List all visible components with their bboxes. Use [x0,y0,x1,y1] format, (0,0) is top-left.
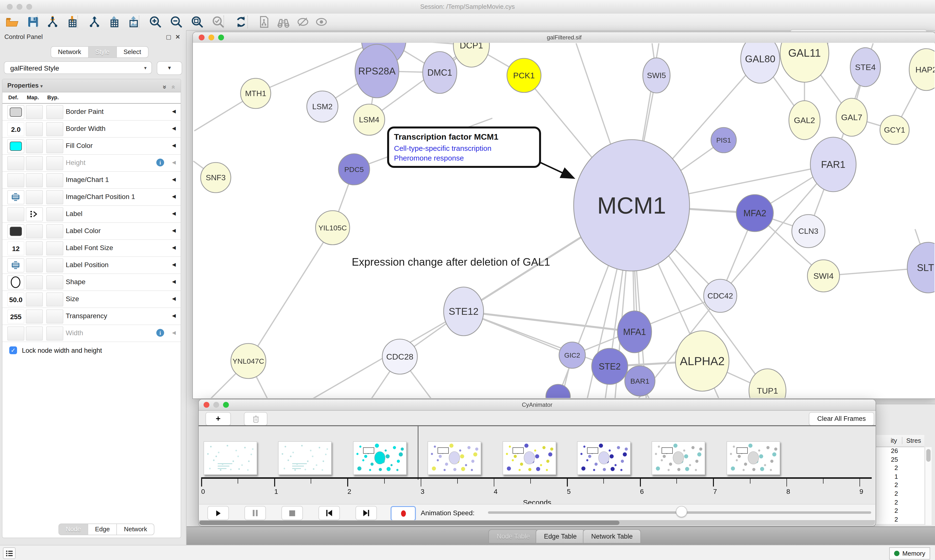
network-node-CDC42[interactable]: CDC42 [704,279,737,312]
network-window-titlebar[interactable]: galFiltered.sif [193,32,935,43]
default-value-cell[interactable] [7,275,24,289]
timeline-scrollbar[interactable] [199,520,875,525]
default-value-cell[interactable]: 50.0 [7,292,24,306]
expand-property-icon[interactable]: ◀ [172,228,176,233]
network-node-unlabeled[interactable] [546,385,570,398]
record-button[interactable] [390,506,416,521]
bypass-cell[interactable] [46,241,63,255]
animation-speed-thumb[interactable] [676,506,687,517]
default-value-cell[interactable] [7,105,24,119]
maximize-window-icon[interactable] [218,35,224,40]
network-node-STE12[interactable]: STE12 [444,287,484,336]
expand-property-icon[interactable]: ◀ [172,143,176,148]
style-target-tab-network[interactable]: Network [117,523,154,535]
table-row[interactable]: 2 [875,490,924,498]
timeline-scrollbar-thumb[interactable] [199,521,619,525]
property-row-label-color[interactable]: Label Color◀ [2,223,181,240]
duplicate-network-icon[interactable] [258,15,270,28]
network-node-GIC2[interactable]: GIC2 [559,342,585,368]
expand-property-icon[interactable]: ◀ [172,160,176,165]
network-canvas[interactable]: RPS28BDCP1RPS28ADMC1PCK1SWI5GAL80GAL11ST… [193,43,935,398]
close-panel-icon[interactable]: ✕ [175,34,180,40]
bypass-cell[interactable] [46,105,63,119]
default-value-cell[interactable] [7,173,24,187]
expand-property-icon[interactable]: ◀ [172,313,176,318]
network-node-DCP1[interactable]: DCP1 [454,43,489,67]
bypass-cell[interactable] [46,156,63,170]
default-value-cell[interactable] [7,156,24,170]
maximize-window-icon[interactable] [26,4,32,10]
network-node-ALPHA2[interactable]: ALPHA2 [676,331,729,391]
mapping-cell[interactable] [26,241,43,255]
expand-property-icon[interactable]: ◀ [172,296,176,301]
property-row-shape[interactable]: Shape◀ [2,274,181,291]
property-row-size[interactable]: 50.0Size◀ [2,291,181,308]
network-node-PIS1[interactable]: PIS1 [711,128,736,153]
default-value-cell[interactable] [7,190,24,205]
expand-property-icon[interactable]: ◀ [172,194,176,199]
network-node-YNL047C[interactable]: YNL047C [231,343,266,378]
minimize-window-icon[interactable] [17,4,22,10]
bypass-cell[interactable] [46,309,63,323]
table-row[interactable]: 26 [875,447,924,455]
tab-network[interactable]: Network [51,46,88,58]
network-node-LSM4[interactable]: LSM4 [353,104,385,135]
show-panel-icon[interactable] [315,15,328,28]
bypass-cell[interactable] [46,292,63,306]
table-row[interactable]: 2 [875,516,924,524]
bypass-cell[interactable] [46,258,63,272]
zoom-in-icon[interactable] [149,15,162,28]
expand-property-icon[interactable]: ◀ [172,279,176,284]
zoom-selected-icon[interactable] [212,15,224,28]
lock-checkbox[interactable]: ✓ [9,346,17,354]
network-node-SNF3[interactable]: SNF3 [201,163,231,193]
import-network-icon[interactable] [46,15,59,28]
mapping-cell[interactable] [26,207,43,222]
mapping-cell[interactable] [26,139,43,153]
bypass-cell[interactable] [46,173,63,187]
dock-tab-node-table[interactable]: Node Table [488,529,538,543]
mapping-cell[interactable] [26,173,43,187]
bypass-cell[interactable] [46,224,63,238]
cyanimator-titlebar[interactable]: CyAnimator [199,400,876,411]
network-node-BAR1[interactable]: BAR1 [625,366,655,396]
annotation-link[interactable]: Pheromone response [394,154,534,162]
frame-thumbnail-7[interactable] [652,441,705,475]
network-node-GAL7[interactable]: GAL7 [836,98,867,136]
maximize-window-icon[interactable] [223,402,229,408]
network-node-YIL105C[interactable]: YIL105C [316,211,350,245]
property-row-height[interactable]: Heighti◀ [2,155,181,172]
info-icon[interactable]: i [156,158,164,166]
network-node-MFA2[interactable]: MFA2 [736,195,773,232]
property-row-width[interactable]: Widthi◀ [2,325,181,342]
style-target-tab-edge[interactable]: Edge [88,523,117,535]
frame-thumbnail-6[interactable] [577,441,631,475]
annotation-link[interactable]: Cell-type-specific transcription [394,144,534,152]
tab-style[interactable]: Style [88,46,117,58]
dock-tab-edge-table[interactable]: Edge Table [536,529,585,543]
bypass-cell[interactable] [46,139,63,153]
float-panel-icon[interactable]: ▢ [166,34,171,40]
close-window-icon[interactable] [199,35,205,40]
network-node-CDC28[interactable]: CDC28 [382,339,417,374]
frame-thumbnail-8[interactable] [727,441,780,475]
table-row[interactable]: 25 [875,455,924,464]
open-folder-icon[interactable] [6,15,19,28]
expand-property-icon[interactable]: ◀ [172,211,176,216]
style-options-button[interactable]: ▼ [157,61,182,75]
property-row-label-position[interactable]: Label Position◀ [2,257,181,274]
mapping-cell[interactable] [26,156,43,170]
default-value-cell[interactable] [7,224,24,238]
network-node-GAL2[interactable]: GAL2 [789,101,820,140]
delete-frame-button[interactable] [244,412,267,426]
frame-thumbnail-4[interactable] [427,441,481,475]
table-row[interactable]: 2 [875,507,924,515]
expand-property-icon[interactable]: ◀ [172,245,176,250]
bypass-cell[interactable] [46,326,63,341]
default-value-cell[interactable] [7,258,24,272]
network-node-FAR1[interactable]: FAR1 [810,137,856,192]
property-row-image-chart-position-1[interactable]: Image/Chart Position 1◀ [2,189,181,206]
network-node-LSM2[interactable]: LSM2 [307,91,338,122]
network-node-STE2[interactable]: STE2 [592,348,628,385]
mapping-cell[interactable] [26,258,43,272]
